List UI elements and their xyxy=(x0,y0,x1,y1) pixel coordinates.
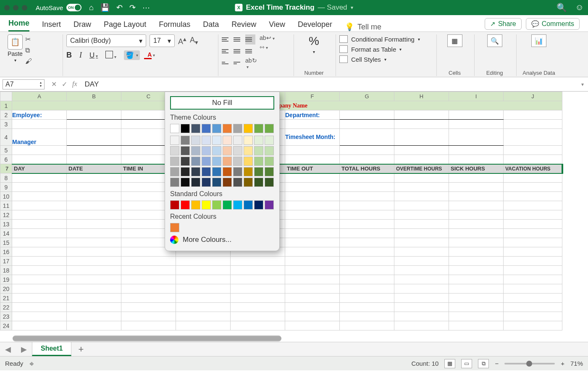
department-label[interactable]: Department: xyxy=(285,110,340,120)
colour-swatch[interactable] xyxy=(254,200,263,210)
colour-swatch[interactable] xyxy=(191,124,200,133)
redo-icon[interactable]: ↷ xyxy=(129,3,136,12)
analyse-data-label[interactable]: Analyse Data xyxy=(520,69,558,76)
bold-button[interactable]: B xyxy=(66,51,72,60)
col-header[interactable]: J xyxy=(504,92,562,101)
colour-swatch[interactable] xyxy=(233,167,242,176)
cell-styles-button[interactable]: Cell Styles▾ xyxy=(339,55,431,63)
tab-insert[interactable]: Insert xyxy=(42,20,61,31)
colour-swatch[interactable] xyxy=(170,200,179,210)
copy-icon[interactable]: ⧉ xyxy=(25,47,32,54)
colour-swatch[interactable] xyxy=(254,157,263,166)
colour-swatch[interactable] xyxy=(244,200,253,210)
colour-swatch[interactable] xyxy=(244,124,253,133)
tab-view[interactable]: View xyxy=(269,20,285,31)
percent-icon[interactable]: % xyxy=(309,34,319,48)
colour-swatch[interactable] xyxy=(170,124,179,133)
increase-font-icon[interactable]: A▴ xyxy=(178,35,186,46)
comments-button[interactable]: 💬Comments xyxy=(526,18,580,30)
cancel-formula-icon[interactable]: ✕ xyxy=(51,80,57,88)
colour-swatch[interactable] xyxy=(212,146,221,155)
merge-button[interactable]: ⇿ xyxy=(260,44,275,50)
colour-swatch[interactable] xyxy=(254,178,263,187)
format-as-table-button[interactable]: Format as Table▾ xyxy=(339,45,431,53)
colour-swatch[interactable] xyxy=(181,124,190,133)
colour-swatch[interactable] xyxy=(212,124,221,133)
colour-swatch[interactable] xyxy=(212,167,221,176)
header-overtime-hours[interactable]: OVERTIME HOURS xyxy=(394,164,449,173)
colour-swatch[interactable] xyxy=(212,178,221,187)
colour-swatch[interactable] xyxy=(223,136,232,145)
autosave-toggle[interactable] xyxy=(66,4,81,11)
no-fill-option[interactable]: No Fill xyxy=(170,96,274,110)
editing-icon[interactable]: 🔍 xyxy=(487,34,502,47)
paste-icon[interactable]: 📋 xyxy=(8,34,23,50)
editing-group-label[interactable]: Editing xyxy=(478,69,511,76)
wrap-text-button[interactable]: ab↩ xyxy=(260,34,275,41)
fill-color-button[interactable]: 🪣 xyxy=(124,50,140,60)
colour-swatch[interactable] xyxy=(244,136,253,145)
header-vacation-hours[interactable]: VACATION HOURS xyxy=(504,164,562,173)
window-controls[interactable] xyxy=(4,5,27,10)
tab-home[interactable]: Home xyxy=(8,19,29,31)
tab-review[interactable]: Review xyxy=(231,20,256,31)
manager-label[interactable]: Manager xyxy=(12,129,67,146)
theme-colour-shades[interactable] xyxy=(170,136,274,187)
colour-swatch[interactable] xyxy=(254,167,263,176)
smile-icon[interactable]: ☺ xyxy=(575,3,584,13)
chevron-down-icon[interactable]: ▾ xyxy=(351,5,353,10)
colour-swatch[interactable] xyxy=(181,178,190,187)
colour-swatch[interactable] xyxy=(191,167,200,176)
expand-formula-bar-icon[interactable]: ▾ xyxy=(577,81,588,87)
colour-swatch[interactable] xyxy=(202,178,211,187)
font-name-select[interactable]: Calibri (Body)▾ xyxy=(66,34,146,47)
header-sick-hours[interactable]: SICK HOURS xyxy=(449,164,504,173)
sheet-tab[interactable]: Sheet1 xyxy=(32,342,71,356)
colour-swatch[interactable] xyxy=(233,178,242,187)
cells-icon[interactable]: ▦ xyxy=(447,34,462,47)
colour-swatch[interactable] xyxy=(170,223,179,232)
colour-swatch[interactable] xyxy=(254,146,263,155)
colour-swatch[interactable] xyxy=(244,146,253,155)
colour-swatch[interactable] xyxy=(254,136,263,145)
colour-swatch[interactable] xyxy=(265,167,274,176)
zoom-in-button[interactable]: + xyxy=(561,360,564,367)
colour-swatch[interactable] xyxy=(265,178,274,187)
zoom-slider[interactable] xyxy=(504,363,555,364)
colour-swatch[interactable] xyxy=(212,136,221,145)
undo-icon[interactable]: ↶ xyxy=(116,3,123,12)
colour-swatch[interactable] xyxy=(265,157,274,166)
underline-button[interactable]: U xyxy=(89,51,98,60)
theme-colour-row[interactable] xyxy=(170,124,274,133)
col-header[interactable]: F xyxy=(285,92,340,101)
col-header[interactable]: H xyxy=(394,92,449,101)
accept-formula-icon[interactable]: ✓ xyxy=(62,80,67,88)
accessibility-icon[interactable]: ⎆ xyxy=(30,360,34,367)
conditional-formatting-button[interactable]: Conditional Formatting▾ xyxy=(339,35,431,43)
cells-group-label[interactable]: Cells xyxy=(440,69,469,76)
normal-view-button[interactable]: ▦ xyxy=(444,359,455,368)
cut-icon[interactable]: ✂ xyxy=(25,35,32,43)
col-header[interactable]: B xyxy=(67,92,121,101)
colour-swatch[interactable] xyxy=(223,167,232,176)
paste-label[interactable]: Paste xyxy=(8,50,23,57)
borders-button[interactable] xyxy=(105,51,116,60)
colour-swatch[interactable] xyxy=(191,146,200,155)
colour-swatch[interactable] xyxy=(170,157,179,166)
recent-colour-row[interactable] xyxy=(170,223,274,232)
colour-swatch[interactable] xyxy=(244,178,253,187)
page-layout-view-button[interactable]: ▭ xyxy=(461,359,472,368)
format-painter-icon[interactable]: 🖌 xyxy=(25,58,32,65)
zoom-level[interactable]: 71% xyxy=(570,360,583,367)
colour-swatch[interactable] xyxy=(170,146,179,155)
employee-label[interactable]: Employee: xyxy=(12,110,67,120)
header-total-hours[interactable]: TOTAL HOURS xyxy=(340,164,394,173)
colour-swatch[interactable] xyxy=(191,136,200,145)
timesheet-month-label[interactable]: Timesheet Month: xyxy=(285,129,340,146)
tab-draw[interactable]: Draw xyxy=(74,20,91,31)
colour-swatch[interactable] xyxy=(202,146,211,155)
tab-formulas[interactable]: Formulas xyxy=(159,20,190,31)
font-color-button[interactable]: A xyxy=(147,51,155,59)
colour-swatch[interactable] xyxy=(181,200,190,210)
colour-swatch[interactable] xyxy=(212,200,221,210)
